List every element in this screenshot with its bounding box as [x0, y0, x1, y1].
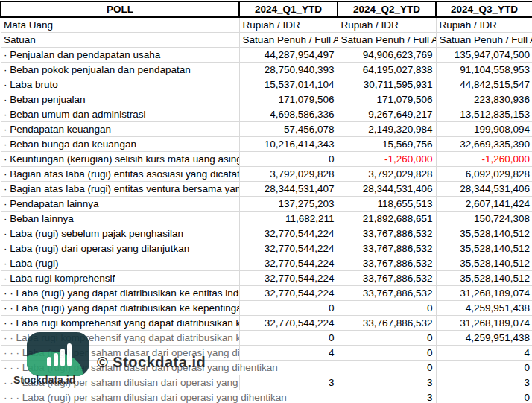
row-label: · Laba (rugi) sebelum pajak penghasilan	[1, 226, 239, 241]
cell-value: 0	[239, 331, 338, 346]
table-row: · Laba (rugi)32,770,544,22433,767,886,53…	[1, 256, 532, 271]
cell-value: 33,767,886,532	[338, 226, 436, 241]
cell-value: 6,092,029,828	[436, 167, 532, 182]
cell-value: 150,724,308	[436, 212, 532, 226]
cell-value: 35,528,140,512	[436, 256, 532, 271]
financials-table: POLL 2024_Q1_YTD 2024_Q2_YTD 2024_Q3_YTD…	[0, 1, 532, 403]
row-label: · Bagian atas laba (rugi) entitas asosia…	[1, 167, 239, 182]
table-row: · Laba rugi komprehensif32,770,544,22433…	[1, 271, 532, 286]
column-header-q2: 2024_Q2_YTD	[338, 1, 436, 17]
cell-value: 31,268,189,074	[436, 316, 532, 331]
cell-value: 3,792,029,828	[239, 167, 338, 182]
cell-value: 15,537,014,104	[239, 77, 338, 92]
cell-value: 44,842,515,547	[436, 77, 532, 92]
cell-value: Satuan Penuh / Full Amount	[239, 33, 338, 48]
cell-value: 28,750,940,393	[239, 63, 338, 77]
cell-value: 0	[338, 301, 436, 316]
column-header-q1: 2024_Q1_YTD	[239, 1, 338, 17]
cell-value: Rupiah / IDR	[338, 17, 436, 33]
row-label: · Laba (rugi) dari operasi yang dilanjut…	[1, 241, 239, 256]
cell-value: 171,079,506	[239, 92, 338, 107]
row-label: · · Laba rugi komprehensif yang dapat di…	[1, 316, 239, 331]
cell-value: 11,682,211	[239, 212, 338, 226]
cell-value: 118,655,513	[338, 197, 436, 212]
cell-value: 0	[239, 152, 338, 167]
cell-value: 0	[436, 390, 532, 403]
cell-value: 3,792,029,828	[338, 167, 436, 182]
cell-value: 30,711,595,931	[338, 77, 436, 92]
cell-value: 33,767,886,532	[338, 241, 436, 256]
row-label: · Laba bruto	[1, 77, 239, 92]
cell-value: 28,344,531,407	[239, 182, 338, 197]
cell-value: 57,456,078	[239, 122, 338, 137]
spreadsheet-view: POLL 2024_Q1_YTD 2024_Q2_YTD 2024_Q3_YTD…	[0, 0, 532, 403]
cell-value: 35,528,140,512	[436, 241, 532, 256]
cell-value: 3	[239, 375, 338, 390]
cell-value: Rupiah / IDR	[436, 17, 532, 33]
cell-value: 223,830,936	[436, 92, 532, 107]
table-row: · Keuntungan (kerugian) selisih kurs mat…	[1, 152, 532, 167]
cell-value: 33,767,886,532	[338, 316, 436, 331]
cell-value: 32,770,544,224	[239, 286, 338, 301]
cell-value: 2,607,141,424	[436, 197, 532, 212]
cell-value: 171,079,506	[338, 92, 436, 107]
table-row: · · · Laba (rugi) per saham dilusian dar…	[1, 390, 532, 403]
cell-value: 0	[338, 331, 436, 346]
cell-value: 0	[338, 346, 436, 361]
cell-value: 31,268,189,074	[436, 286, 532, 301]
table-row: · · · Laba (rugi) per saham dasar dari o…	[1, 346, 532, 361]
table-row: · Pendapatan lainnya137,275,203118,655,5…	[1, 197, 532, 212]
cell-value: 3	[338, 390, 436, 403]
row-label: · Pendapatan lainnya	[1, 197, 239, 212]
row-label: · Penjualan dan pendapatan usaha	[1, 48, 239, 63]
cell-value: 4	[239, 346, 338, 361]
row-label: · Pendapatan keuangan	[1, 122, 239, 137]
table-row: · Beban lainnya11,682,21121,892,688,6511…	[1, 212, 532, 226]
table-row: · Penjualan dan pendapatan usaha44,287,9…	[1, 48, 532, 63]
cell-value: 32,770,544,224	[239, 256, 338, 271]
row-label: · Laba (rugi)	[1, 256, 239, 271]
cell-value: 0	[338, 361, 436, 375]
cell-value: 4,259,951,438	[436, 301, 532, 316]
cell-value: 32,770,544,224	[239, 271, 338, 286]
cell-value: 91,104,558,953	[436, 63, 532, 77]
cell-value: 35,528,140,512	[436, 271, 532, 286]
cell-value: 0	[239, 301, 338, 316]
cell-value: 94,906,623,769	[338, 48, 436, 63]
row-label: · Beban pokok penjualan dan pendapatan	[1, 63, 239, 77]
cell-value: 32,770,544,224	[239, 241, 338, 256]
cell-value: 64,195,027,838	[338, 63, 436, 77]
table-row: · Laba bruto15,537,014,10430,711,595,931…	[1, 77, 532, 92]
cell-value: -1,260,000	[436, 152, 532, 167]
table-row-satuan: Satuan Satuan Penuh / Full Amount Satuan…	[1, 33, 532, 48]
table-row: · · Laba rugi komprehensif yang dapat di…	[1, 316, 532, 331]
cell-value: 33,767,886,532	[338, 286, 436, 301]
table-row: · Laba (rugi) sebelum pajak penghasilan3…	[1, 226, 532, 241]
row-label: Mata Uang	[1, 17, 239, 33]
cell-value: 32,770,544,224	[239, 316, 338, 331]
row-label: · · Laba rugi komprehensif yang dapat di…	[1, 331, 239, 346]
cell-value: 28,344,531,406	[338, 182, 436, 197]
table-row: · Pendapatan keuangan57,456,0782,149,320…	[1, 122, 532, 137]
row-label: · Beban penjualan	[1, 92, 239, 107]
column-header-q3: 2024_Q3_YTD	[436, 1, 532, 17]
cell-value: 9,267,649,217	[338, 107, 436, 122]
table-row: · Beban bunga dan keuangan10,216,414,343…	[1, 137, 532, 152]
cell-value: 135,947,074,500	[436, 48, 532, 63]
cell-value: 3	[436, 375, 532, 390]
row-label: · · · Laba (rugi) per saham dasar dari o…	[1, 346, 239, 361]
table-row: · Bagian atas laba (rugi) entitas ventur…	[1, 182, 532, 197]
cell-value: 3	[338, 375, 436, 390]
cell-value: 2,149,320,984	[338, 122, 436, 137]
cell-value: 32,770,544,224	[239, 226, 338, 241]
column-header-poll: POLL	[1, 1, 239, 17]
row-label: · · · Laba (rugi) per saham dilusian dar…	[1, 390, 338, 403]
table-row: · · Laba (rugi) yang dapat diatribusikan…	[1, 286, 532, 301]
header-row: POLL 2024_Q1_YTD 2024_Q2_YTD 2024_Q3_YTD	[1, 1, 532, 17]
row-label: · · Laba (rugi) yang dapat diatribusikan…	[1, 286, 239, 301]
cell-value: 137,275,203	[239, 197, 338, 212]
cell-value: 32,669,335,390	[436, 137, 532, 152]
cell-value: 0	[436, 361, 532, 375]
cell-value: 21,892,688,651	[338, 212, 436, 226]
cell-value: 4,259,951,438	[436, 331, 532, 346]
